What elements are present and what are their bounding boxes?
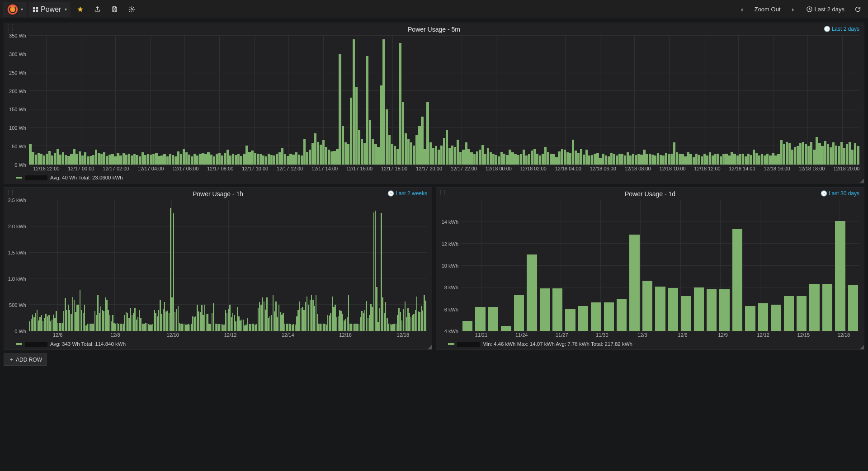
resize-handle-icon[interactable]: ◢: [426, 344, 432, 349]
legend-color-swatch: [16, 343, 22, 345]
x-axis: 12/16 22:0012/17 00:0012/17 02:0012/17 0…: [4, 165, 864, 173]
svg-marker-0: [77, 6, 83, 12]
add-row-label: ADD ROW: [16, 357, 42, 363]
zoom-out-label: Zoom Out: [755, 6, 781, 13]
chevron-down-icon: ▾: [65, 7, 67, 12]
drag-handle-icon[interactable]: ⋮⋮⋮⋮⋮⋮: [6, 189, 9, 198]
panel-title[interactable]: Power Usage - 1h: [4, 188, 432, 198]
plot-area[interactable]: [29, 36, 859, 165]
panel-legend: Min: 4.46 kWh Max: 14.07 kWh Avg: 7.78 k…: [436, 339, 864, 349]
panel-time-range[interactable]: 🕓Last 2 weeks: [387, 190, 427, 197]
save-icon: [111, 6, 118, 13]
legend-color-swatch: [16, 177, 22, 179]
panel-legend: Avg: 343 Wh Total: 114.840 kWh: [4, 339, 432, 349]
y-axis: 0 Wh50 Wh100 Wh150 Wh200 Wh250 Wh300 Wh3…: [4, 36, 29, 165]
plot-area[interactable]: [461, 200, 859, 331]
x-axis: 12/612/812/1012/1212/1412/1612/18: [4, 331, 432, 339]
dashboard-grid-icon: [32, 6, 39, 13]
chevron-left-icon: ‹: [741, 6, 743, 13]
panel-legend: Avg: 40 Wh Total: 23.0600 kWh: [4, 173, 864, 183]
home-logo-button[interactable]: ▾: [3, 2, 27, 17]
top-navbar: ▾ Power ▾ ‹ Zoom Out › Last 2 days: [0, 0, 868, 19]
x-axis: 11/2111/2411/2711/3012/312/612/912/1212/…: [436, 331, 864, 339]
resize-handle-icon[interactable]: ◢: [859, 178, 864, 183]
time-back-button[interactable]: ‹: [735, 2, 750, 17]
share-dashboard-button[interactable]: [90, 2, 105, 17]
legend-stats: Min: 4.46 kWh Max: 14.07 kWh Avg: 7.78 k…: [482, 341, 632, 347]
legend-color-swatch: [448, 343, 454, 345]
panel-power-5m: ⋮⋮⋮⋮⋮⋮ Power Usage - 5m 🕓Last 2 days 0 W…: [4, 23, 864, 184]
panel-power-1h: ⋮⋮⋮⋮⋮⋮ Power Usage - 1h 🕓Last 2 weeks 0 …: [4, 187, 432, 350]
y-axis: 4 kWh6 kWh8 kWh10 kWh12 kWh14 kWh: [436, 200, 461, 331]
panel-time-range[interactable]: 🕓Last 2 days: [824, 26, 859, 32]
star-dashboard-button[interactable]: [72, 2, 88, 17]
refresh-button[interactable]: [850, 2, 865, 17]
legend-stats: Avg: 343 Wh Total: 114.840 kWh: [50, 341, 126, 347]
panel-title[interactable]: Power Usage - 5m: [4, 23, 864, 34]
add-row-button[interactable]: ＋ ADD ROW: [4, 353, 47, 366]
chevron-down-icon: ▾: [21, 7, 23, 12]
plus-icon: ＋: [9, 356, 14, 363]
dashboard-title: Power: [39, 5, 63, 14]
drag-handle-icon[interactable]: ⋮⋮⋮⋮⋮⋮: [6, 25, 9, 33]
star-icon: [77, 6, 84, 13]
panel-time-range[interactable]: 🕓Last 30 days: [821, 190, 859, 197]
dashboard-picker-button[interactable]: Power ▾: [28, 2, 71, 17]
svg-point-1: [131, 9, 132, 10]
save-dashboard-button[interactable]: [107, 2, 122, 17]
y-axis: 0 Wh500 Wh1.0 kWh1.5 kWh2.0 kWh2.5 kWh: [4, 200, 29, 331]
refresh-icon: [854, 6, 861, 13]
time-range-label: Last 2 days: [815, 6, 845, 13]
panel-power-1d: ⋮⋮⋮⋮⋮⋮ Power Usage - 1d 🕓Last 30 days 4 …: [436, 187, 864, 350]
gear-icon: [128, 6, 135, 13]
settings-button[interactable]: [124, 2, 139, 17]
legend-stats: Avg: 40 Wh Total: 23.0600 kWh: [50, 175, 123, 180]
panel-title[interactable]: Power Usage - 1d: [436, 188, 864, 198]
legend-series-name: [457, 342, 480, 347]
chevron-right-icon: ›: [792, 6, 794, 13]
zoom-out-button[interactable]: Zoom Out: [751, 2, 784, 17]
drag-handle-icon[interactable]: ⋮⋮⋮⋮⋮⋮: [438, 189, 441, 198]
time-forward-button[interactable]: ›: [785, 2, 801, 17]
clock-icon: 🕓: [821, 190, 827, 197]
plot-area[interactable]: [29, 200, 427, 331]
clock-icon: [806, 6, 813, 13]
dashboard-body: ⋮⋮⋮⋮⋮⋮ Power Usage - 5m 🕓Last 2 days 0 W…: [0, 19, 868, 369]
resize-handle-icon[interactable]: ◢: [859, 344, 864, 349]
grafana-logo-icon: [6, 3, 19, 16]
clock-icon: 🕓: [387, 190, 394, 197]
share-icon: [94, 6, 101, 13]
legend-series-name: [25, 342, 47, 347]
time-nav-group: ‹ Zoom Out ›: [735, 2, 801, 17]
clock-icon: 🕓: [824, 26, 830, 32]
legend-series-name: [25, 175, 47, 180]
time-range-picker[interactable]: Last 2 days: [802, 2, 849, 17]
